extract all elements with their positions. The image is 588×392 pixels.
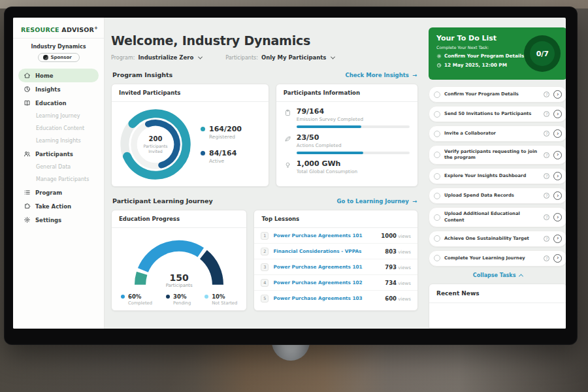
lesson-rank: 4	[261, 279, 269, 287]
lesson-views-count: 803	[385, 248, 397, 255]
lesson-link[interactable]: Power Purchase Agreements 101	[273, 264, 380, 270]
lesson-row: 1 Power Purchase Agreements 101 1000 vie…	[254, 228, 417, 244]
lesson-rank: 3	[261, 263, 269, 271]
lesson-row: 5 Power Purchase Agreements 103 600 view…	[254, 291, 417, 306]
task-label: Send 50 Invitations to Participants	[444, 111, 540, 117]
info-icon	[544, 214, 549, 220]
sidebar-item-label: Learning Journey	[36, 113, 80, 119]
task-checkbox[interactable]	[434, 173, 440, 180]
task-checkbox[interactable]	[434, 193, 440, 199]
stat-actions-completed: 23/50 Actions Completed	[276, 128, 417, 154]
filters-row: Program: Industrialize Zero Participants…	[111, 54, 418, 61]
lesson-rank: 1	[261, 232, 269, 240]
legend-label: Not Started	[212, 301, 237, 306]
sidebar-item-education-content[interactable]: Education Content	[18, 122, 99, 135]
task-checkbox[interactable]	[434, 111, 440, 118]
sidebar-item-learning-insights[interactable]: Learning Insights	[18, 135, 99, 147]
todo-task[interactable]: Confirm Your Program Details	[429, 86, 566, 103]
task-checkbox[interactable]	[434, 255, 440, 261]
sponsor-icon	[43, 55, 48, 60]
info-icon	[544, 111, 549, 117]
recent-news-title: Recent News	[429, 284, 566, 303]
task-checkbox[interactable]	[434, 91, 440, 98]
legend-label: Completed	[128, 301, 152, 306]
task-checkbox[interactable]	[434, 131, 440, 137]
progress-fill	[297, 152, 363, 154]
main-content: Welcome, Industry Dynamics Program: Indu…	[105, 18, 425, 329]
lesson-views-count: 793	[385, 264, 397, 270]
todo-task[interactable]: Complete Your Learning Journey	[429, 250, 566, 267]
lesson-link[interactable]: Financial Considerations - VPPAs	[273, 248, 380, 254]
donut-center-value: 200	[149, 135, 163, 142]
sidebar-item-settings[interactable]: Settings	[18, 213, 99, 227]
todo-subtitle: Complete Your Next Task:	[436, 45, 524, 50]
sidebar-item-general-data[interactable]: General Data	[18, 161, 99, 173]
participants-filter-label: Participants:	[225, 55, 258, 61]
monitor-bezel: RESOURCE ADVISOR+ Industry Dynamics Spon…	[4, 7, 578, 345]
chevron-down-icon	[198, 54, 203, 59]
legend-value: 60%	[128, 293, 152, 300]
card-title: Participants Information	[276, 84, 417, 102]
task-open-button[interactable]	[553, 191, 562, 200]
participants-filter-dropdown[interactable]: Participants: Only My Participants	[225, 54, 335, 61]
lesson-views-count: 600	[385, 295, 397, 302]
progress-fill	[297, 125, 361, 128]
task-open-button[interactable]	[553, 213, 562, 221]
todo-task[interactable]: Upload Additional Educational Content	[429, 207, 566, 227]
task-checkbox[interactable]	[434, 214, 440, 221]
todo-task[interactable]: Upload Spend Data Records	[429, 188, 566, 204]
sidebar-item-learning-journey[interactable]: Learning Journey	[18, 110, 99, 122]
sidebar-item-home[interactable]: Home	[18, 69, 99, 82]
go-to-learning-journey-link[interactable]: Go to Learning Journey →	[336, 198, 417, 204]
insights-icon	[24, 86, 31, 93]
task-label: Invite a Collaborator	[444, 131, 540, 137]
todo-task[interactable]: Send 50 Invitations to Participants	[429, 106, 566, 122]
todo-task[interactable]: Achieve One Sustainability Target	[429, 231, 566, 247]
sidebar-item-participants[interactable]: Participants	[18, 147, 99, 161]
lesson-link[interactable]: Power Purchase Agreements 102	[273, 280, 380, 286]
task-open-button[interactable]	[553, 254, 562, 263]
task-open-button[interactable]	[553, 90, 562, 99]
todo-counter: 0/7	[536, 50, 549, 58]
task-label: Upload Additional Educational Content	[444, 211, 540, 223]
task-open-button[interactable]	[553, 110, 562, 118]
card-title: Education Progress	[112, 210, 246, 228]
task-open-button[interactable]	[553, 151, 562, 159]
task-open-button[interactable]	[553, 172, 562, 180]
lesson-row: 3 Power Purchase Agreements 101 793 view…	[254, 259, 417, 275]
lesson-link[interactable]: Power Purchase Agreements 101	[273, 233, 376, 238]
lesson-views-count: 1000	[381, 233, 397, 239]
donut-legend: 164/200 Registered 84/164 Active	[201, 125, 242, 164]
sidebar-item-education[interactable]: Education	[18, 96, 99, 110]
task-label: Confirm Your Program Details	[444, 91, 540, 97]
sidebar-item-label: Home	[35, 73, 54, 79]
todo-task[interactable]: Invite a Collaborator	[429, 125, 566, 142]
check-more-insights-link[interactable]: Check More Insights →	[346, 72, 417, 78]
todo-task[interactable]: Verify participants requesting to join t…	[429, 145, 566, 165]
legend-item-registered: 164/200 Registered	[201, 125, 242, 140]
legend-item-not-started: 10% Not Started	[204, 293, 237, 306]
lightbulb-icon	[284, 161, 291, 169]
logo-advisor: ADVISOR	[61, 26, 94, 33]
collapse-label: Collapse Tasks	[473, 272, 516, 278]
task-checkbox[interactable]	[434, 235, 440, 242]
sidebar-item-program[interactable]: Program	[18, 186, 99, 199]
info-icon	[544, 236, 549, 242]
section-title: Program Insights	[112, 71, 172, 78]
sidebar-item-manage-participants[interactable]: Manage Participants	[18, 173, 99, 186]
sidebar-item-insights[interactable]: Insights	[18, 82, 99, 96]
lesson-link[interactable]: Power Purchase Agreements 103	[273, 295, 380, 301]
home-icon	[24, 72, 31, 79]
task-open-button[interactable]	[553, 235, 562, 243]
sidebar-item-take-action[interactable]: Take Action	[18, 199, 99, 213]
task-checkbox[interactable]	[434, 152, 440, 158]
todo-task[interactable]: Explore Your Insights Dashboard	[429, 168, 566, 184]
legend-label: Pending	[173, 301, 191, 306]
lesson-row: 4 Power Purchase Agreements 102 734 view…	[254, 275, 417, 291]
program-filter-dropdown[interactable]: Program: Industrialize Zero	[111, 54, 202, 61]
recent-news-card: Recent News	[429, 284, 566, 329]
stat-value: 79/164	[297, 107, 410, 116]
collapse-tasks-link[interactable]: Collapse Tasks	[429, 272, 566, 278]
task-open-button[interactable]	[553, 129, 562, 138]
stat-label: Actions Completed	[297, 142, 410, 148]
